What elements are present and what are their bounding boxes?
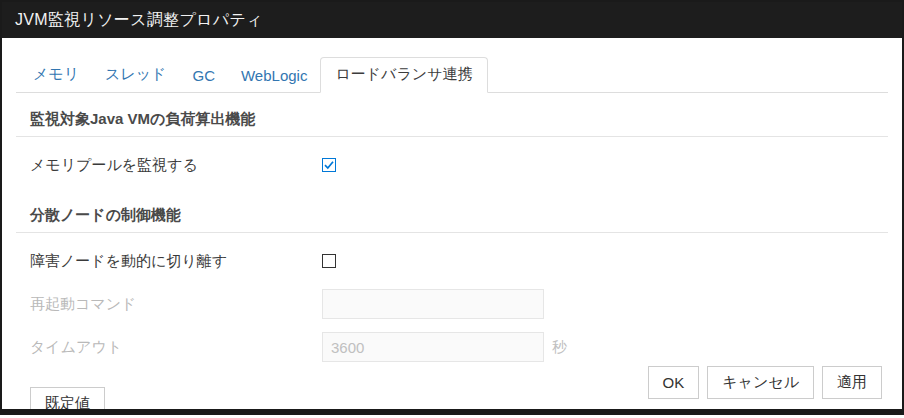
tab-bar: メモリ スレッド GC WebLogic ロードバランサ連携: [16, 57, 888, 93]
disconnect-failure-node-checkbox[interactable]: [322, 254, 336, 268]
dialog-title: JVM監視リソース調整プロパティ: [15, 10, 263, 31]
field-row-monitor-memory-pool: メモリプールを監視する: [16, 150, 888, 180]
dialog-titlebar: JVM監視リソース調整プロパティ: [2, 2, 902, 38]
disconnect-failure-node-label: 障害ノードを動的に切り離す: [30, 252, 322, 271]
field-row-disconnect-failure-node: 障害ノードを動的に切り離す: [16, 246, 888, 276]
restart-command-input: [322, 289, 544, 319]
section-heading-text: 分散ノードの制御機能: [30, 206, 181, 223]
monitor-memory-pool-label: メモリプールを監視する: [30, 156, 322, 175]
restart-command-label: 再起動コマンド: [30, 295, 322, 314]
apply-button[interactable]: 適用: [822, 366, 882, 399]
monitor-memory-pool-checkbox[interactable]: [322, 158, 336, 172]
cancel-button[interactable]: キャンセル: [707, 366, 814, 399]
section-heading-distributed-node-control: 分散ノードの制御機能: [16, 193, 888, 233]
tab-memory[interactable]: メモリ: [16, 57, 92, 92]
tab-thread[interactable]: スレッド: [92, 57, 179, 92]
field-row-timeout: タイムアウト 秒: [16, 332, 888, 362]
section-heading-load-calculation: 監視対象Java VMの負荷算出機能: [16, 97, 888, 137]
ok-button[interactable]: OK: [648, 366, 700, 399]
tab-gc[interactable]: GC: [179, 59, 228, 92]
timeout-input: [322, 332, 544, 362]
dialog-window: JVM監視リソース調整プロパティ メモリ スレッド GC WebLogic ロー…: [0, 0, 904, 415]
section-heading-text: 監視対象Java VMの負荷算出機能: [30, 110, 255, 127]
tab-load-balancer[interactable]: ロードバランサ連携: [320, 57, 487, 93]
default-values-button[interactable]: 既定値: [30, 387, 105, 415]
field-row-restart-command: 再起動コマンド: [16, 289, 888, 319]
checkmark-icon: [323, 159, 335, 171]
timeout-unit-label: 秒: [552, 338, 567, 357]
dialog-footer: OK キャンセル 適用: [640, 366, 882, 399]
tab-weblogic[interactable]: WebLogic: [228, 59, 320, 92]
timeout-label: タイムアウト: [30, 338, 322, 357]
